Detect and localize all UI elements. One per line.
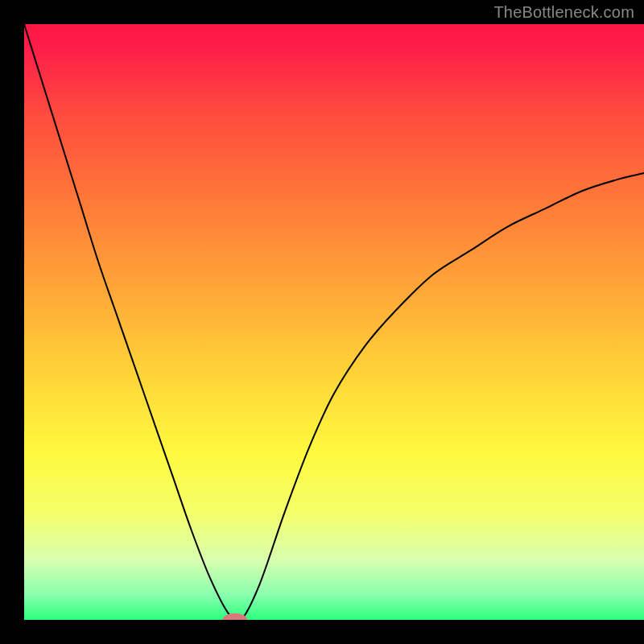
gradient-background [24, 24, 644, 620]
chart-container: TheBottleneck.com [0, 0, 644, 644]
chart-area [24, 24, 644, 620]
chart-svg [24, 24, 644, 620]
watermark-text: TheBottleneck.com [493, 3, 634, 22]
